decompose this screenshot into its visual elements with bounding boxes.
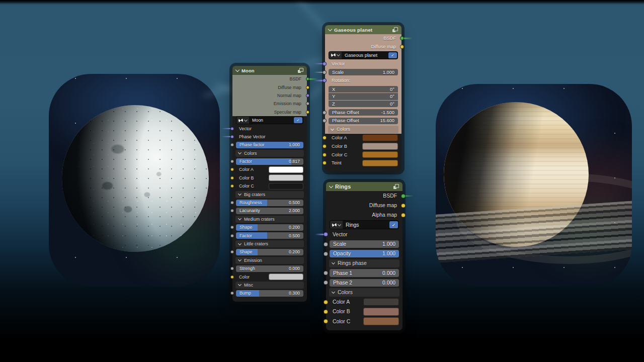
slider-strengh-23[interactable]: Strengh0.000 xyxy=(236,265,303,272)
socket-r-#4db34d-icon[interactable] xyxy=(400,36,404,40)
color-swatch-color-b-12[interactable] xyxy=(363,308,399,316)
color-swatch-color-a-10[interactable] xyxy=(362,134,398,141)
socket-l-#8b85e0-icon[interactable] xyxy=(230,135,234,138)
slider-bump-26[interactable]: Bump0.300 xyxy=(236,290,303,297)
material-selector[interactable]: Rings✓ xyxy=(330,220,399,230)
section-emission[interactable]: Emission xyxy=(235,257,304,264)
socket-l-#e2c33c-icon[interactable] xyxy=(230,168,234,171)
socket-l-#a8a8a8-icon[interactable] xyxy=(230,143,234,147)
material-name-field[interactable]: Rings xyxy=(343,222,389,228)
color-swatch-color-b-12[interactable] xyxy=(269,174,303,181)
socket-l-#a8a8a8-icon[interactable] xyxy=(230,209,234,213)
slider-phase-factor-8[interactable]: Phase factor1.000 xyxy=(236,142,303,148)
color-swatch-color-b-11[interactable] xyxy=(362,143,398,150)
socket-l-#e2c33c-icon[interactable] xyxy=(323,144,327,148)
socket-r-#8b85e0-icon[interactable] xyxy=(306,94,309,97)
socket-l-#e2c33c-icon[interactable] xyxy=(230,275,234,279)
axis-field-x[interactable]: X0° xyxy=(329,86,398,93)
socket-l-#8b85e0-icon[interactable] xyxy=(323,62,327,66)
slider-shape-21[interactable]: Shape0.200 xyxy=(236,249,303,255)
slider-phase-offset-8[interactable]: Phase Offset15.600 xyxy=(329,118,398,125)
slider-shape-18[interactable]: Shape0.200 xyxy=(236,224,303,231)
socket-l-#8b85e0-icon[interactable] xyxy=(324,232,328,237)
socket-l-#a8a8a8-icon[interactable] xyxy=(324,242,328,246)
node-header-gaseous-planet[interactable]: Gaseous planet xyxy=(325,25,401,34)
slider-roughness-15[interactable]: Roughness0.500 xyxy=(236,200,303,206)
section-colors[interactable]: Colors xyxy=(328,126,398,133)
socket-l-#a8a8a8-icon[interactable] xyxy=(324,271,328,276)
node-header-rings[interactable]: Rings xyxy=(326,182,403,191)
color-swatch-teint-13[interactable] xyxy=(362,160,398,167)
socket-l-#a8a8a8-icon[interactable] xyxy=(230,292,234,295)
slider-scale-4[interactable]: Scale1.000 xyxy=(329,69,398,76)
socket-l-#e2c33c-icon[interactable] xyxy=(230,176,234,179)
material-browse-button[interactable] xyxy=(236,117,249,124)
material-selector[interactable]: Gaseous planet✓ xyxy=(329,51,398,60)
slider-opacity-6[interactable]: Opacity1.000 xyxy=(330,250,399,258)
socket-l-#8b85e0-icon[interactable] xyxy=(230,127,234,130)
socket-r-#4db34d-icon[interactable] xyxy=(306,77,309,81)
socket-l-#e2c33c-icon[interactable] xyxy=(323,136,327,140)
socket-l-#a8a8a8-icon[interactable] xyxy=(230,226,234,229)
socket-l-#8b85e0-icon[interactable] xyxy=(323,78,327,82)
color-swatch-color-a-11[interactable] xyxy=(269,166,303,173)
socket-r-#e2c33c-icon[interactable] xyxy=(401,213,406,217)
material-name-field[interactable]: Gaseous planet xyxy=(342,53,388,58)
material-browse-button[interactable] xyxy=(330,221,343,229)
socket-r-#e2c33c-icon[interactable] xyxy=(400,45,404,49)
fake-user-shield-button[interactable]: ✓ xyxy=(388,52,397,59)
section-little-craters[interactable]: Little craters xyxy=(235,240,304,247)
socket-r-#e2c33c-icon[interactable] xyxy=(401,203,406,208)
slider-lacunarity-16[interactable]: Lacunarity2.000 xyxy=(236,208,303,214)
socket-r-#4db34d-icon[interactable] xyxy=(401,194,406,198)
slider-scale-5[interactable]: Scale1.000 xyxy=(330,240,399,248)
socket-r-#a8a8a8-icon[interactable] xyxy=(306,102,309,106)
color-swatch-color-c-12[interactable] xyxy=(362,151,398,158)
color-swatch-color-24[interactable] xyxy=(269,274,303,280)
fake-user-shield-button[interactable]: ✓ xyxy=(389,221,398,229)
color-swatch-color-c-13[interactable] xyxy=(363,317,399,325)
socket-l-#e2c33c-icon[interactable] xyxy=(323,153,327,157)
section-rings-phase[interactable]: Rings phase xyxy=(329,259,399,268)
socket-l-#a8a8a8-icon[interactable] xyxy=(230,250,234,254)
section-misc[interactable]: Misc xyxy=(235,282,304,289)
slider-phase-1-8[interactable]: Phase 10.000 xyxy=(330,269,399,277)
chevron-down-icon[interactable] xyxy=(235,68,239,72)
fake-user-shield-button[interactable]: ✓ xyxy=(294,117,302,123)
socket-l-#a8a8a8-icon[interactable] xyxy=(230,267,234,270)
slider-factor-10[interactable]: Factor0.817 xyxy=(236,158,303,165)
section-colors[interactable]: Colors xyxy=(235,150,304,157)
material-name-field[interactable]: Moon xyxy=(249,118,293,123)
axis-field-y[interactable]: Y0° xyxy=(329,93,398,100)
color-swatch-color-c-13[interactable] xyxy=(269,183,303,190)
socket-l-#a8a8a8-icon[interactable] xyxy=(324,281,328,285)
material-browse-button[interactable] xyxy=(329,52,342,59)
socket-l-#e2c33c-icon[interactable] xyxy=(324,319,328,324)
section-medium-craters[interactable]: Medium craters xyxy=(235,216,304,223)
slider-factor-19[interactable]: Factor0.500 xyxy=(236,232,303,239)
node-header-moon[interactable]: Moon xyxy=(232,66,307,75)
socket-r-#e2c33c-icon[interactable] xyxy=(306,85,309,89)
socket-l-#a8a8a8-icon[interactable] xyxy=(324,251,328,256)
socket-l-#a8a8a8-icon[interactable] xyxy=(323,70,327,74)
chevron-down-icon[interactable] xyxy=(328,27,332,31)
color-label: Teint xyxy=(332,160,342,165)
socket-l-#a8a8a8-icon[interactable] xyxy=(230,201,234,205)
color-swatch-color-a-11[interactable] xyxy=(363,298,399,306)
section-colors[interactable]: Colors xyxy=(329,288,399,297)
socket-l-#e2c33c-icon[interactable] xyxy=(324,309,328,314)
socket-l-#e2c33c-icon[interactable] xyxy=(323,161,327,165)
socket-l-#a8a8a8-icon[interactable] xyxy=(230,234,234,237)
chevron-down-icon[interactable] xyxy=(329,184,333,188)
socket-l-#e2c33c-icon[interactable] xyxy=(324,300,328,304)
socket-l-#a8a8a8-icon[interactable] xyxy=(230,160,234,163)
socket-l-#a8a8a8-icon[interactable] xyxy=(323,111,327,115)
section-big-craters[interactable]: Big craters xyxy=(235,191,304,198)
socket-r-#e2c33c-icon[interactable] xyxy=(306,110,309,114)
slider-phase-2-9[interactable]: Phase 20.000 xyxy=(330,279,399,287)
socket-l-#a8a8a8-icon[interactable] xyxy=(323,119,327,123)
material-selector[interactable]: Moon✓ xyxy=(236,116,303,124)
slider-phase-offset-7[interactable]: Phase Offset-1.500 xyxy=(329,109,398,116)
socket-l-#e2c33c-icon[interactable] xyxy=(230,185,234,188)
axis-field-z[interactable]: Z0° xyxy=(329,101,398,108)
